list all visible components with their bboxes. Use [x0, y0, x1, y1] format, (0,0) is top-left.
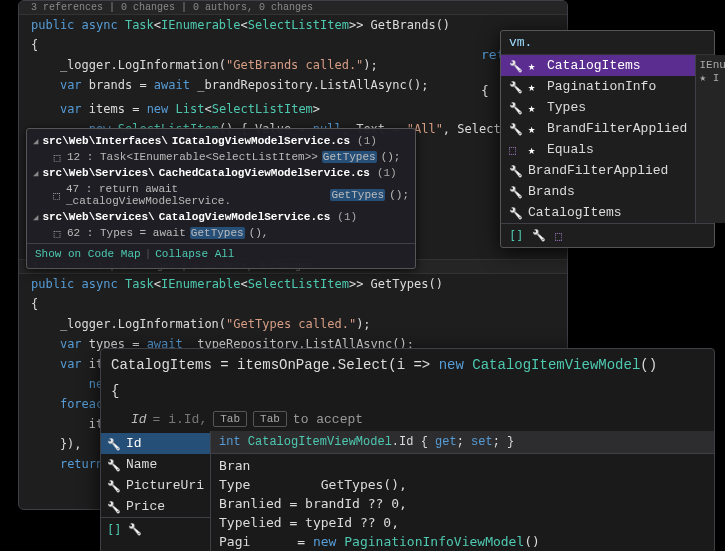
collapse-all-link[interactable]: Collapse All — [155, 248, 234, 260]
ref-count: (1) — [377, 167, 397, 179]
intellisense-item[interactable]: BrandFilterApplied — [501, 118, 695, 139]
filter-all-icon[interactable] — [509, 229, 522, 242]
reference-line-row[interactable]: ⬚ 47 : return await _catalogViewModelSer… — [27, 181, 415, 209]
code-line[interactable]: { — [19, 294, 567, 314]
show-on-code-map-link[interactable]: Show on Code Map — [35, 248, 141, 260]
codelens-getbrands[interactable]: 3 references | 0 changes | 0 authors, 0 … — [19, 1, 567, 15]
intellisense-item[interactable]: CatalogItems — [501, 55, 695, 76]
star-icon — [528, 143, 541, 156]
code-line[interactable]: _logger.LogInformation("GetTypes called.… — [19, 314, 567, 334]
signature-tooltip: int CatalogItemViewModel.Id { get; set; … — [211, 431, 714, 454]
intellisense-side-info: IEnu ★ I — [695, 55, 725, 223]
member-item[interactable]: Name — [101, 454, 210, 475]
filter-property-icon[interactable] — [128, 523, 141, 536]
ref-count: (1) — [337, 211, 357, 223]
property-icon — [107, 500, 120, 513]
code-line[interactable]: public async Task<IEnumerable<SelectList… — [19, 15, 567, 35]
ref-count: (1) — [357, 135, 377, 147]
property-icon — [107, 479, 120, 492]
property-icon — [509, 101, 522, 114]
property-icon — [509, 185, 522, 198]
member-filter-bar[interactable] — [101, 517, 210, 541]
intellisense-filter-text: vm. — [501, 31, 714, 55]
member-list[interactable]: Id Name PictureUri Price — [101, 431, 211, 551]
expand-triangle-icon[interactable]: ◢ — [33, 136, 38, 147]
intellisense-item[interactable]: PaginationInfo — [501, 76, 695, 97]
intellisense-filter-bar[interactable] — [501, 223, 714, 247]
member-detail: int CatalogItemViewModel.Id { get; set; … — [211, 431, 714, 551]
inline-suggestion: Id = i.Id, Tab Tab to accept — [101, 407, 714, 431]
property-icon — [509, 59, 522, 72]
intellisense-item[interactable]: BrandFilterApplied — [501, 160, 695, 181]
member-item[interactable]: PictureUri — [101, 475, 210, 496]
file-name: CachedCatalogViewModelService.cs — [159, 167, 370, 179]
intellisense-list[interactable]: CatalogItems PaginationInfo Types BrandF… — [501, 55, 695, 223]
expand-triangle-icon[interactable]: ◢ — [33, 212, 38, 223]
star-icon — [528, 101, 541, 114]
intellisense-item[interactable]: CatalogItems — [501, 202, 695, 223]
method-icon — [509, 143, 522, 156]
reference-line-row[interactable]: ⬚ 62 : Types = await GetTypes(), — [27, 225, 415, 241]
tab-key-hint: Tab — [213, 411, 247, 427]
reference-actions: Show on Code Map | Collapse All — [27, 243, 415, 264]
file-name: ICatalogViewModelService.cs — [172, 135, 350, 147]
property-icon — [509, 206, 522, 219]
intellisense-dropdown[interactable]: vm. CatalogItems PaginationInfo Types Br… — [500, 30, 715, 248]
codelens-references-popup[interactable]: ◢ src\Web\Interfaces\ICatalogViewModelSe… — [26, 128, 416, 269]
code-context-line: { — [101, 381, 714, 407]
reference-file-row[interactable]: ◢ src\Web\Services\CachedCatalogViewMode… — [27, 165, 415, 181]
property-icon — [509, 80, 522, 93]
member-item[interactable]: Price — [101, 496, 210, 517]
filter-method-icon[interactable] — [555, 229, 568, 242]
star-icon — [528, 122, 541, 135]
reference-line-row[interactable]: ⬚ 12 : Task<IEnumerable<SelectListItem>>… — [27, 149, 415, 165]
member-item[interactable]: Id — [101, 433, 210, 454]
method-icon: ⬚ — [51, 151, 63, 163]
file-path: src\Web\Services\ — [42, 167, 154, 179]
property-icon — [107, 437, 120, 450]
property-icon — [107, 458, 120, 471]
filter-property-icon[interactable] — [532, 229, 545, 242]
file-name: CatalogViewModelService.cs — [159, 211, 331, 223]
code-preview: Bran Type GetTypes(), Branlied = brandId… — [211, 454, 714, 551]
expand-triangle-icon[interactable]: ◢ — [33, 168, 38, 179]
file-path: src\Web\Interfaces\ — [42, 135, 167, 147]
code-context-line: CatalogItems = itemsOnPage.Select(i => n… — [101, 349, 714, 381]
reference-file-row[interactable]: ◢ src\Web\Interfaces\ICatalogViewModelSe… — [27, 133, 415, 149]
property-icon — [509, 164, 522, 177]
ghost-text: Id — [131, 412, 147, 427]
star-icon — [528, 80, 541, 93]
method-icon: ⬚ — [51, 227, 63, 239]
code-line[interactable]: public async Task<IEnumerable<SelectList… — [19, 274, 567, 294]
method-icon: ⬚ — [51, 189, 62, 201]
filter-all-icon[interactable] — [107, 523, 120, 536]
tab-key-hint: Tab — [253, 411, 287, 427]
star-icon — [528, 59, 541, 72]
intellisense-item[interactable]: Brands — [501, 181, 695, 202]
completion-panel[interactable]: CatalogItems = itemsOnPage.Select(i => n… — [100, 348, 715, 551]
file-path: src\Web\Services\ — [42, 211, 154, 223]
intellisense-item[interactable]: Types — [501, 97, 695, 118]
reference-file-row[interactable]: ◢ src\Web\Services\CatalogViewModelServi… — [27, 209, 415, 225]
intellisense-item[interactable]: Equals — [501, 139, 695, 160]
property-icon — [509, 122, 522, 135]
